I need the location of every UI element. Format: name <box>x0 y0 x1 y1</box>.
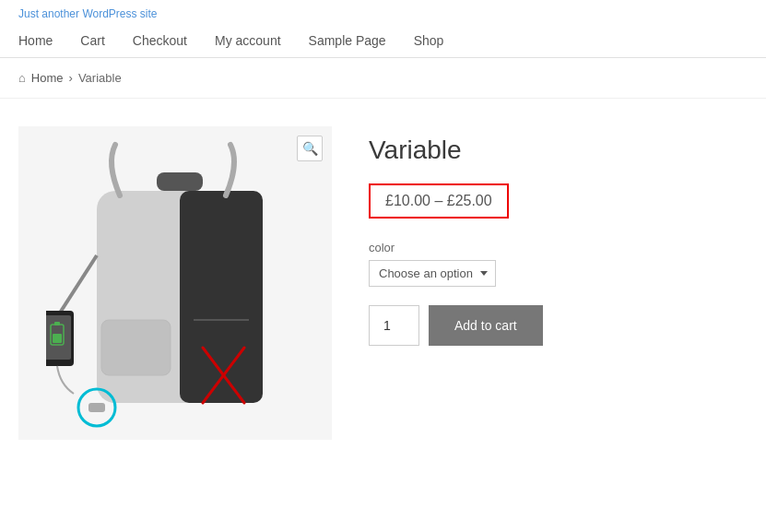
svg-rect-2 <box>157 172 203 191</box>
zoom-icon: 🔍 <box>302 141 318 156</box>
svg-rect-7 <box>53 334 62 343</box>
color-option-wrapper: color Choose an option Red Blue Black <box>369 241 748 287</box>
add-to-cart-button[interactable]: Add to cart <box>429 305 543 346</box>
nav-cart[interactable]: Cart <box>80 33 104 48</box>
backpack-svg <box>46 136 304 431</box>
svg-rect-8 <box>54 322 60 325</box>
breadcrumb-current: Variable <box>78 71 122 85</box>
product-title: Variable <box>369 136 748 165</box>
breadcrumb-home-link[interactable]: Home <box>31 71 64 85</box>
nav-shop[interactable]: Shop <box>414 33 444 48</box>
nav-sample-page[interactable]: Sample Page <box>309 33 386 48</box>
price-range: £10.00 – £25.00 <box>369 183 509 219</box>
color-label: color <box>369 241 748 254</box>
breadcrumb-separator: › <box>69 71 73 85</box>
svg-rect-12 <box>101 320 171 375</box>
svg-rect-10 <box>88 403 105 412</box>
product-image-wrapper: 🔍 <box>18 126 332 440</box>
zoom-button[interactable]: 🔍 <box>297 136 323 161</box>
home-icon: ⌂ <box>18 71 26 85</box>
nav-home[interactable]: Home <box>18 33 53 48</box>
product-image <box>18 126 332 440</box>
quantity-input[interactable] <box>369 305 419 346</box>
add-to-cart-row: Add to cart <box>369 305 748 346</box>
nav-checkout[interactable]: Checkout <box>133 33 187 48</box>
breadcrumb: ⌂ Home › Variable <box>0 58 766 99</box>
svg-line-3 <box>55 255 97 320</box>
product-page: 🔍 Variable £10.00 – £25.00 color Choose … <box>0 99 766 467</box>
product-details: Variable £10.00 – £25.00 color Choose an… <box>369 126 748 440</box>
color-select[interactable]: Choose an option Red Blue Black <box>369 260 496 287</box>
site-tagline: Just another WordPress site <box>0 0 766 24</box>
main-nav: Home Cart Checkout My account Sample Pag… <box>0 24 766 58</box>
nav-my-account[interactable]: My account <box>215 33 281 48</box>
